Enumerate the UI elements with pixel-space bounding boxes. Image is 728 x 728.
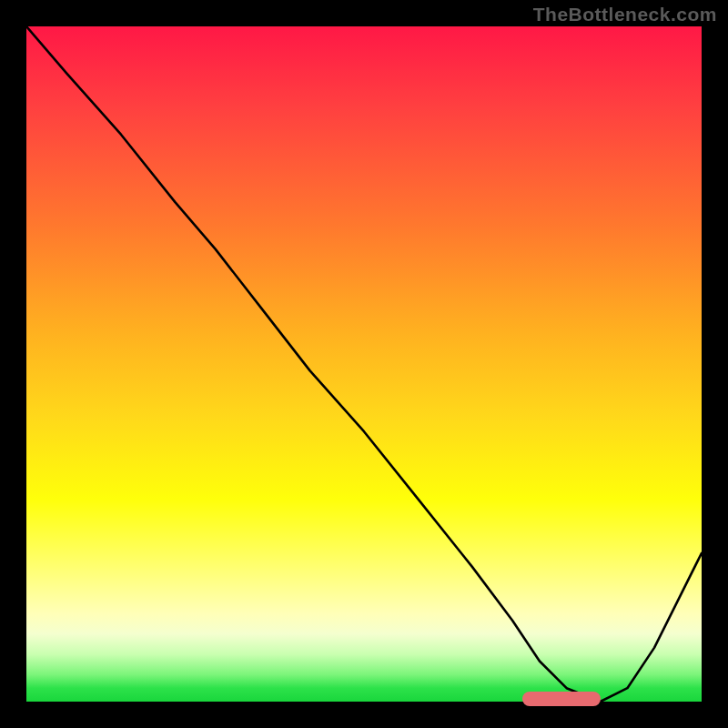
optimal-range-marker <box>522 692 600 706</box>
watermark-text: TheBottleneck.com <box>533 4 717 25</box>
plot-area <box>26 26 702 702</box>
bottleneck-curve <box>26 26 702 702</box>
chart-frame: TheBottleneck.com <box>0 0 728 728</box>
